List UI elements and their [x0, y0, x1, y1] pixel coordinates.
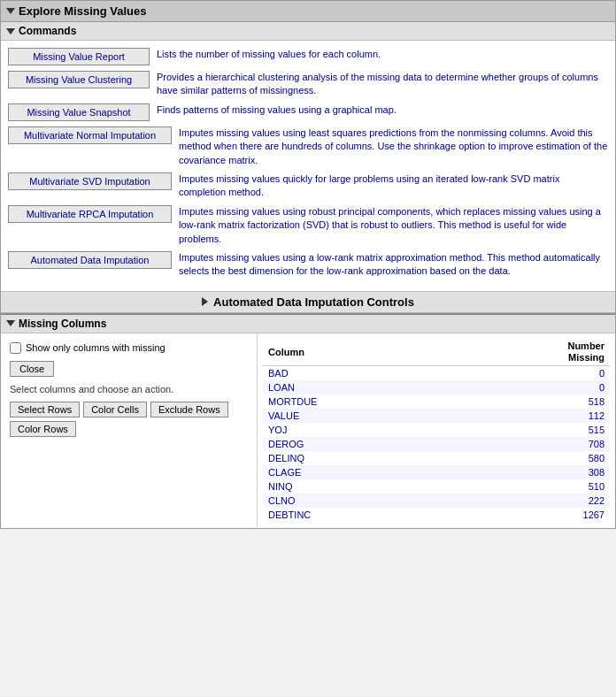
table-cell-missing: 1267: [456, 508, 610, 522]
missing-columns-label: Missing Columns: [19, 318, 106, 330]
table-cell-missing: 0: [456, 366, 610, 381]
explore-missing-title: Explore Missing Values: [19, 4, 147, 18]
table-cell-column: VALUE: [263, 409, 456, 423]
table-cell-column: CLNO: [263, 494, 456, 508]
missing-value-report-button[interactable]: Missing Value Report: [8, 48, 150, 65]
show-only-missing-row: Show only columns with missing: [10, 342, 248, 354]
command-row-1: Missing Value Clustering Provides a hier…: [8, 71, 608, 98]
commands-label: Commands: [19, 25, 76, 37]
table-cell-missing: 515: [456, 423, 610, 437]
table-row[interactable]: DEROG708: [263, 437, 610, 451]
table-row[interactable]: DELINQ580: [263, 451, 610, 465]
table-row[interactable]: CLNO222: [263, 494, 610, 508]
table-row[interactable]: VALUE112: [263, 409, 610, 423]
table-cell-missing: 112: [456, 409, 610, 423]
multivariate-rpca-imputation-desc: Imputes missing values using robust prin…: [179, 205, 608, 246]
table-cell-missing: 708: [456, 437, 610, 451]
multivariate-svd-imputation-desc: Imputes missing values quickly for large…: [179, 172, 608, 200]
action-buttons: Select Rows Color Cells Exclude Rows Col…: [10, 402, 248, 437]
right-panel: Column Number Missing BAD0LOAN0MORTDUE51…: [258, 333, 615, 528]
command-row-0: Missing Value Report Lists the number of…: [8, 48, 608, 65]
col-header-column: Column: [263, 339, 456, 366]
table-row[interactable]: LOAN0: [263, 380, 610, 394]
collapse-icon: [6, 8, 15, 14]
table-row[interactable]: DEBTINC1267: [263, 508, 610, 522]
table-row[interactable]: NINQ510: [263, 479, 610, 494]
table-cell-column: MORTDUE: [263, 394, 456, 409]
color-rows-button[interactable]: Color Rows: [10, 421, 76, 437]
missing-value-report-desc: Lists the number of missing values for e…: [157, 48, 608, 61]
missing-columns-table: Column Number Missing BAD0LOAN0MORTDUE51…: [263, 339, 610, 522]
table-cell-column: CLAGE: [263, 465, 456, 479]
table-cell-column: DEBTINC: [263, 508, 456, 522]
missing-columns-body: Show only columns with missing Close Sel…: [1, 333, 615, 528]
table-cell-column: YOJ: [263, 423, 456, 437]
multivariate-svd-imputation-button[interactable]: Multivariate SVD Imputation: [8, 172, 172, 190]
table-cell-column: DEROG: [263, 437, 456, 451]
commands-collapse-icon: [6, 28, 15, 34]
table-row[interactable]: CLAGE308: [263, 465, 610, 479]
automated-controls-expand-icon: [202, 297, 208, 306]
table-cell-missing: 510: [456, 479, 610, 494]
table-row[interactable]: YOJ515: [263, 423, 610, 437]
table-cell-column: LOAN: [263, 380, 456, 394]
command-row-5: Multivariate RPCA Imputation Imputes mis…: [8, 205, 608, 246]
table-cell-missing: 580: [456, 451, 610, 465]
table-cell-missing: 308: [456, 465, 610, 479]
automated-data-imputation-button[interactable]: Automated Data Imputation: [8, 251, 172, 269]
missing-value-clustering-button[interactable]: Missing Value Clustering: [8, 71, 150, 88]
commands-area: Missing Value Report Lists the number of…: [1, 41, 615, 291]
col-header-number-missing: Number Missing: [456, 339, 610, 366]
left-panel: Show only columns with missing Close Sel…: [1, 333, 258, 528]
missing-value-snapshot-button[interactable]: Missing Value Snapshot: [8, 103, 150, 121]
table-cell-missing: 518: [456, 394, 610, 409]
table-cell-column: BAD: [263, 366, 456, 381]
table-row[interactable]: MORTDUE518: [263, 394, 610, 409]
missing-columns-section: Missing Columns Show only columns with m…: [1, 313, 615, 528]
explore-missing-header[interactable]: Explore Missing Values: [1, 1, 615, 22]
col-header-number-missing-line2: Missing: [568, 352, 604, 363]
multivariate-rpca-imputation-button[interactable]: Multivariate RPCA Imputation: [8, 205, 172, 223]
table-cell-column: DELINQ: [263, 451, 456, 465]
select-rows-button[interactable]: Select Rows: [10, 402, 80, 417]
command-row-2: Missing Value Snapshot Finds patterns of…: [8, 103, 608, 121]
automated-controls-header[interactable]: Automated Data Imputation Controls: [1, 291, 615, 313]
main-panel: Explore Missing Values Commands Missing …: [0, 0, 616, 529]
commands-subsection-header: Commands: [1, 22, 615, 41]
table-cell-missing: 0: [456, 380, 610, 394]
close-button[interactable]: Close: [10, 361, 54, 377]
color-cells-button[interactable]: Color Cells: [83, 402, 147, 417]
instruction-text: Select columns and choose an action.: [10, 384, 248, 394]
missing-value-snapshot-desc: Finds patterns of missing values using a…: [157, 103, 608, 117]
table-row[interactable]: BAD0: [263, 366, 610, 381]
table-cell-missing: 222: [456, 494, 610, 508]
multivariate-normal-imputation-button[interactable]: Multivariate Normal Imputation: [8, 126, 172, 144]
missing-columns-header: Missing Columns: [1, 315, 615, 333]
automated-controls-label: Automated Data Imputation Controls: [213, 295, 414, 309]
show-only-missing-checkbox[interactable]: [10, 342, 21, 354]
automated-data-imputation-desc: Imputes missing values using a low-rank …: [179, 251, 608, 279]
missing-value-clustering-desc: Provides a hierarchical clustering analy…: [157, 71, 608, 98]
exclude-rows-button[interactable]: Exclude Rows: [150, 402, 228, 417]
missing-columns-collapse-icon: [6, 320, 15, 326]
command-row-3: Multivariate Normal Imputation Imputes m…: [8, 126, 608, 167]
show-only-missing-label: Show only columns with missing: [26, 342, 166, 353]
command-row-6: Automated Data Imputation Imputes missin…: [8, 251, 608, 279]
command-row-4: Multivariate SVD Imputation Imputes miss…: [8, 172, 608, 200]
col-header-number-missing-line1: Number: [567, 341, 604, 351]
table-cell-column: NINQ: [263, 479, 456, 494]
multivariate-normal-imputation-desc: Imputes missing values using least squar…: [179, 126, 608, 167]
